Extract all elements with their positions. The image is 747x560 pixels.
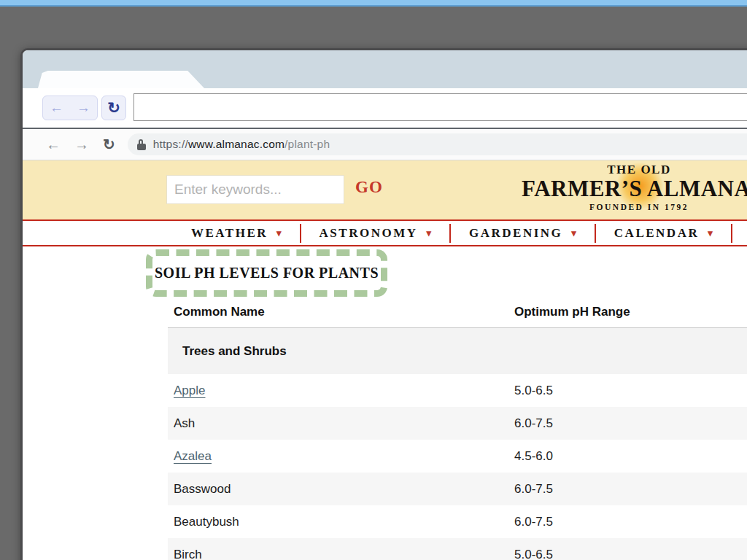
outer-history-buttons: ← → [42,96,98,120]
nav-item-food[interactable]: FOOD▾ [732,226,747,241]
reload-icon[interactable]: ↻ [101,96,126,120]
chevron-down-icon: ▾ [708,228,713,239]
page-url: https://www.almanac.com/plant-ph [153,138,330,151]
table-row: Ash6.0-7.5 [168,407,747,440]
section-label: Trees and Shrubs [182,344,287,359]
nav-item-astronomy[interactable]: ASTRONOMY▾ [301,226,449,241]
table-row: Birch5.0-6.5 [168,538,747,560]
chevron-down-icon: ▾ [571,228,576,239]
inner-browser-toolbar: ← → ↻ https://www.almanac.com/plant-ph [23,128,747,160]
annotation-highlight-box: SOIL PH LEVELS FOR PLANTS [146,249,387,297]
nav-item-weather[interactable]: WEATHER▾ [173,226,300,241]
nav-item-gardening[interactable]: GARDENING▾ [451,226,595,241]
ph-range-value: 5.0-6.5 [514,384,553,398]
search-go-button[interactable]: GO [355,178,383,197]
url-scheme: https:// [153,138,188,150]
plant-link[interactable]: Apple [168,384,514,398]
search-input[interactable] [166,175,344,204]
desktop-menubar-strip [0,0,747,7]
inner-address-bar[interactable]: https://www.almanac.com/plant-ph [128,133,747,155]
ph-table-body: Apple5.0-6.5Ash6.0-7.5Azalea4.5-6.0Bassw… [168,374,747,560]
ph-range-value: 6.0-7.5 [514,416,553,431]
table-section-row: Trees and Shrubs [168,328,747,374]
window-titlebar [23,50,747,88]
nav-item-calendar[interactable]: CALENDAR▾ [596,226,731,241]
ph-range-value: 6.0-7.5 [514,482,553,497]
page-content: SOIL PH LEVELS FOR PLANTS Common Name Op… [23,249,747,560]
table-row: Basswood6.0-7.5 [168,472,747,505]
page-title: SOIL PH LEVELS FOR PLANTS [155,265,379,281]
table-row: Azalea4.5-6.0 [168,440,747,472]
url-domain: www.almanac.com [188,138,285,150]
chevron-down-icon: ▾ [426,228,431,239]
url-path: /plant-ph [285,138,330,150]
nav-item-label: ASTRONOMY [320,226,418,241]
lock-icon [137,139,146,150]
ph-range-value: 5.0-6.5 [514,548,553,560]
outer-address-bar[interactable] [133,93,747,121]
outer-browser-toolbar: ← → ↻ [23,88,747,128]
back-icon[interactable]: ← [46,136,61,153]
browser-tab[interactable] [38,71,204,88]
plant-name: Basswood [168,482,514,497]
plant-name: Ash [168,416,514,431]
column-header-ph-range: Optimum pH Range [514,305,630,319]
ph-range-value: 6.0-7.5 [514,515,553,529]
logo-tagline: FOUNDED IN 1792 [522,203,747,211]
ph-range-value: 4.5-6.0 [514,449,553,464]
almanac-logo[interactable]: THE OLD FARMER’S ALMANAC FOUNDED IN 1792 [522,163,747,211]
logo-main-text: FARMER’S ALMANAC [522,177,747,201]
browser-window: ← → ↻ ← → ↻ https://www.almanac.com/plan… [20,48,747,560]
forward-icon[interactable]: → [77,100,90,116]
plant-name: Beautybush [168,515,514,529]
nav-item-label: CALENDAR [614,226,699,241]
forward-icon[interactable]: → [74,136,89,153]
back-icon[interactable]: ← [50,100,63,116]
column-header-common-name: Common Name [168,305,514,319]
table-row: Apple5.0-6.5 [168,374,747,407]
reload-icon[interactable]: ↻ [103,136,115,153]
logo-top-text: THE OLD [522,163,747,177]
plant-name: Birch [168,548,514,560]
table-row: Beautybush6.0-7.5 [168,505,747,538]
ph-table: Common Name Optimum pH Range Trees and S… [168,297,747,560]
plant-link[interactable]: Azalea [168,449,514,464]
nav-item-label: WEATHER [191,226,268,241]
almanac-header: GO THE OLD FARMER’S ALMANAC FOUNDED IN 1… [23,160,747,219]
nav-item-label: GARDENING [469,226,562,241]
primary-nav: WEATHER▾ASTRONOMY▾GARDENING▾CALENDAR▾FOO… [23,219,747,246]
table-header-row: Common Name Optimum pH Range [168,297,747,328]
chevron-down-icon: ▾ [276,228,282,239]
